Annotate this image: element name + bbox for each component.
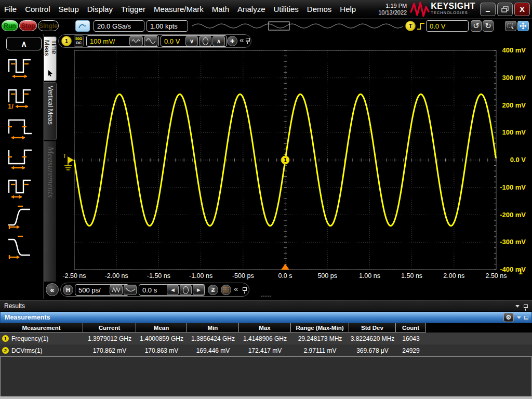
run-button[interactable]: Run: [2, 20, 18, 31]
waveform-display[interactable]: T1: [0, 48, 532, 283]
channel-1-badge[interactable]: 1: [61, 36, 72, 46]
memory-depth-field[interactable]: 1.00 kpts: [147, 20, 188, 32]
column-header[interactable]: Max: [239, 323, 291, 332]
column-header[interactable]: Min: [187, 323, 239, 332]
menu-item-utilities[interactable]: Utilities: [269, 5, 302, 14]
collapse-timebase-button[interactable]: «: [234, 284, 238, 293]
x-axis-label: 500 ps: [309, 272, 345, 280]
scale-coarse-button[interactable]: [129, 36, 143, 46]
panel-grip[interactable]: [261, 296, 271, 297]
touch-arrows-icon: [520, 22, 527, 30]
zoom-out-time-button[interactable]: [110, 285, 123, 295]
column-header[interactable]: Mean: [136, 323, 187, 332]
x-axis-label: 2.50 ns: [478, 272, 514, 280]
pan-zero-button[interactable]: [180, 285, 192, 295]
channel-bar: 1 50Ω DC 100 mV/ 0.0 V ∨ 0 ∧ + «: [58, 34, 251, 48]
timebase-preview[interactable]: [192, 21, 403, 31]
measurements-settings-button[interactable]: ⚙: [503, 313, 514, 322]
measurement-value: 1.3856424 GHz: [187, 332, 239, 344]
single-button[interactable]: Single: [38, 20, 59, 31]
pin-icon[interactable]: [243, 287, 247, 291]
measurement-value: 24929: [396, 344, 426, 356]
menu-item-math[interactable]: Math: [208, 5, 233, 14]
arrow-left-icon: ◀: [171, 287, 175, 292]
y-axis-label: 0.0 V: [495, 156, 526, 164]
y-axis-label: -200 mV: [495, 211, 526, 219]
touch-draw-button[interactable]: [75, 20, 90, 32]
tab-time-meas[interactable]: Time Meas: [44, 36, 57, 81]
timebase-bar: H 500 ps/ 0.0 s ◀ ▶ Z «: [60, 283, 249, 297]
trigger-badge[interactable]: T: [405, 21, 416, 31]
results-dropdown-icon[interactable]: [515, 305, 520, 308]
measurement-name: Frequency(1): [11, 335, 48, 342]
menu-item-setup[interactable]: Setup: [55, 5, 83, 14]
menu-item-control[interactable]: Control: [21, 5, 54, 14]
pan-left-button[interactable]: ◀: [167, 285, 179, 295]
zoom-mode-button[interactable]: Z: [208, 285, 218, 295]
roll-dots-button[interactable]: [221, 285, 231, 295]
collapse-channel-bar-button[interactable]: «: [240, 35, 244, 44]
minimize-button[interactable]: –: [480, 3, 496, 16]
menu-item-help[interactable]: Help: [336, 5, 360, 14]
collapse-sidebar-button[interactable]: «: [46, 283, 59, 296]
stop-button[interactable]: Stop: [19, 20, 37, 31]
trigger-level-field[interactable]: 0.0 V: [426, 20, 469, 32]
restore-icon: [501, 6, 509, 12]
measurement-number-badge: 2: [2, 347, 9, 354]
menu-item-demos[interactable]: Demos: [303, 5, 336, 14]
offset-up-button[interactable]: ∧: [212, 36, 225, 46]
menu-item-display[interactable]: Display: [83, 5, 117, 14]
gear-icon: ⚙: [506, 314, 512, 321]
scale-fine-button[interactable]: [144, 36, 157, 46]
measurement-value: 1.3979012 GHz: [83, 332, 136, 344]
pan-right-button[interactable]: ▶: [193, 285, 205, 295]
x-axis-label: -500 ps: [225, 272, 261, 280]
compress-wave-icon: [112, 287, 121, 293]
pin-icon[interactable]: [246, 38, 250, 42]
measurements-title: Measurements: [5, 314, 50, 321]
column-header[interactable]: Std Dev: [349, 323, 396, 332]
undo-button[interactable]: ↺: [471, 20, 482, 32]
column-header[interactable]: Range (Max-Min): [291, 323, 349, 332]
column-header[interactable]: Count: [396, 323, 426, 332]
table-row-frequency-1-[interactable]: 1Frequency(1)1.3979012 GHz1.4000859 GHz1…: [0, 332, 532, 344]
restore-button[interactable]: [497, 3, 513, 16]
measurement-value: 170.862 mV: [83, 344, 136, 356]
measurement-value: 3.8224620 MHz: [349, 332, 396, 344]
collapse-icon: «: [234, 284, 238, 293]
measurement-value: 1.4148906 GHz: [239, 332, 291, 344]
clock: 1:19 PM 10/13/2022: [369, 3, 407, 16]
pin-icon[interactable]: [524, 316, 528, 320]
column-header[interactable]: Measurement: [0, 323, 83, 332]
x-axis-label: 2.00 ns: [436, 272, 472, 280]
table-row-dcvrms-1-[interactable]: 2DCVrms(1)170.862 mV170.863 mV169.446 mV…: [0, 344, 532, 356]
menu-item-measure-mark[interactable]: Measure/Mark: [150, 5, 208, 14]
zero-icon: [183, 286, 189, 294]
column-header[interactable]: Current: [83, 323, 136, 332]
redo-icon: ↻: [485, 21, 491, 31]
region-select-button[interactable]: [505, 21, 516, 31]
arrow-right-icon: ▶: [197, 287, 201, 292]
expand-wave-icon: [125, 287, 136, 293]
close-button[interactable]: X: [514, 3, 530, 16]
menu-item-analyze[interactable]: Analyze: [233, 5, 269, 14]
x-axis-label: 1.00 ns: [351, 272, 388, 280]
x-axis-label: -1.50 ns: [140, 272, 177, 280]
sample-rate-field[interactable]: 20.0 GSa/s: [94, 20, 144, 32]
pin-icon[interactable]: [524, 304, 528, 308]
y-axis-label: 300 mV: [495, 74, 526, 82]
menu-item-file[interactable]: File: [0, 5, 21, 14]
redo-button[interactable]: ↻: [483, 20, 494, 32]
coupling-badge[interactable]: 50Ω DC: [74, 35, 84, 47]
touch-mode-button[interactable]: [517, 21, 529, 31]
measurements-dropdown-icon[interactable]: [517, 316, 521, 319]
menu-item-trigger[interactable]: Trigger: [117, 5, 150, 14]
y-axis-label: 100 mV: [495, 128, 526, 136]
horizontal-badge[interactable]: H: [63, 285, 73, 295]
cursor-icon: [47, 70, 54, 76]
add-channel-button[interactable]: +: [227, 36, 237, 46]
offset-down-button[interactable]: ∨: [185, 36, 198, 46]
zoom-in-time-button[interactable]: [124, 285, 137, 295]
measurement-name: DCVrms(1): [11, 347, 43, 354]
offset-zero-button[interactable]: 0: [199, 36, 211, 46]
